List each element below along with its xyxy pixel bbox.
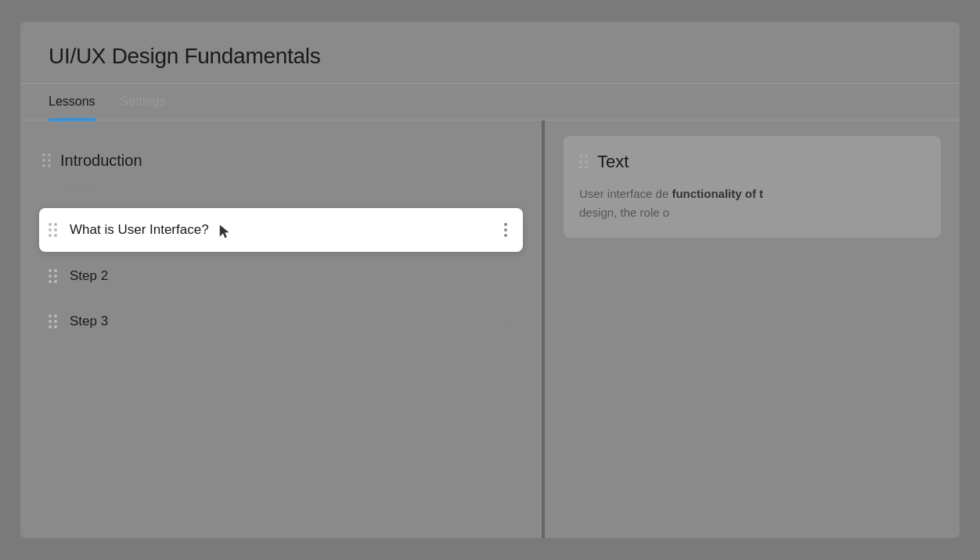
content-area: Introduction 3 steps Wh [20,120,960,538]
step-more-button-2[interactable] [498,266,513,286]
right-card-body: User interface de functionality of t des… [579,185,925,222]
step-title-1: What is User Interface? [70,222,209,238]
section-title: Introduction [60,152,142,170]
main-container: UI/UX Design Fundamentals Lessons Settin… [20,22,960,538]
right-card-title: Text [597,152,629,172]
right-card-drag-handle[interactable] [579,155,588,169]
page-title: UI/UX Design Fundamentals [49,44,931,69]
tab-settings[interactable]: Settings [121,84,166,120]
step-item-1[interactable]: What is User Interface? [39,208,523,252]
step-more-button-1[interactable] [498,220,513,240]
step-title-3: Step 3 [70,314,108,329]
cursor-icon [218,224,232,241]
section-header-left: Introduction [42,152,142,170]
section-introduction: Introduction 3 steps Wh [39,144,523,343]
section-more-button[interactable] [504,150,520,171]
step-item-2[interactable]: Step 2 [39,255,523,297]
section-header: Introduction [39,144,523,177]
step-item-3[interactable]: Step 3 [39,300,523,343]
right-panel: Text User interface de functionality of … [545,120,960,538]
step-drag-handle-1[interactable] [49,223,57,237]
step-drag-handle-3[interactable] [49,314,57,328]
header: UI/UX Design Fundamentals [20,22,960,84]
step-more-button-3[interactable] [498,311,513,332]
left-panel: Introduction 3 steps Wh [20,120,545,538]
right-card-header: Text [579,152,925,172]
tabs-bar: Lessons Settings [20,84,960,120]
section-drag-handle[interactable] [42,153,51,167]
step-title-2: Step 2 [70,268,108,284]
step-drag-handle-2[interactable] [49,269,57,283]
section-steps-count: 3 steps [61,177,523,205]
right-panel-card: Text User interface de functionality of … [564,136,941,238]
tab-lessons[interactable]: Lessons [49,84,95,120]
